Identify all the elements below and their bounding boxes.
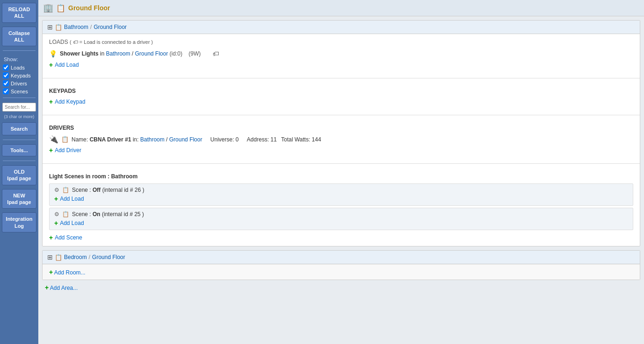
area-title: Ground Floor [68,4,110,12]
scene-on-gear-icon: ⚙ [54,211,59,218]
keypads-section: KEYPADS + Add Keypad [43,83,640,110]
search-hint: (3 char or more) [2,114,36,120]
divider-2 [3,98,36,98]
add-area-plus-icon: + [45,284,49,291]
driver-device-icon: 🔌 [49,135,58,144]
add-room-plus-icon: + [49,268,53,276]
loads-subtitle: ( 🏷 = Load is connected to a driver ) [70,39,153,45]
bedroom-room-card: ⊞ 📋 Bedroom / Ground Floor + Add Room... [42,250,640,280]
area-header: 🏢 📋 Ground Floor [38,0,644,16]
divider-1 [3,50,36,51]
scenes-checkbox[interactable] [3,88,9,94]
scene-off-group: ⚙ 📋 Scene : Off (internal id # 26 ) + Ad… [49,183,633,206]
scene-off-text: Scene : Off (internal id # 26 ) [72,187,144,193]
scene-on-add-load-link[interactable]: Add Load [60,220,84,226]
keypads-checkbox[interactable] [3,72,9,78]
ground-floor-breadcrumb-link[interactable]: Ground Floor [93,24,127,30]
show-label: Show: [0,56,18,62]
driver-universe: Universe: 0 [210,136,239,143]
bathroom-room-card: ⊞ 📋 Bathroom / Ground Floor LOADS ( 🏷 = … [42,20,640,246]
scene-edit-icon: 📋 [62,187,69,193]
bedroom-room-header: ⊞ 📋 Bedroom / Ground Floor [43,251,640,264]
keypads-checkbox-row: Keypads [0,72,31,78]
drivers-title: DRIVERS [49,125,633,131]
bedroom-breadcrumb-separator: / [89,254,90,260]
sidebar: RELOAD ALL Collapse ALL Show: Loads Keyp… [0,0,38,344]
drivers-checkbox-row: Drivers [0,80,27,86]
add-room-row: + Add Room... [43,264,640,280]
room-grid-icon: ⊞ [47,23,53,31]
tag-icon: 🏷 [213,50,219,57]
scene-gear-icon: ⚙ [54,187,59,193]
loads-title: LOADS ( 🏷 = Load is connected to a drive… [49,39,633,45]
drivers-scenes-divider [43,163,640,164]
driver-address: Address: 11 [247,136,277,143]
bedroom-breadcrumb-link[interactable]: Bedroom [64,254,87,260]
add-scene-plus-icon: + [49,234,53,241]
add-area-row: + Add Area... [38,280,644,295]
room-edit-icon: 📋 [55,24,62,31]
drivers-label: Drivers [11,81,27,86]
load-area-link[interactable]: Ground Floor [135,50,168,57]
scene-on-row: ⚙ 📋 Scene : On (internal id # 25 ) [54,211,628,218]
driver-area-link[interactable]: Ground Floor [169,136,202,143]
collapse-all-button[interactable]: Collapse ALL [2,27,36,47]
load-room-link[interactable]: Bathroom [106,50,130,57]
drivers-checkbox[interactable] [3,80,9,86]
bedroom-grid-icon: ⊞ [47,253,53,261]
add-load-row: + Add Load [49,61,633,69]
integration-log-button[interactable]: Integration Log [2,212,36,232]
new-ipad-button[interactable]: NEW Ipad page [2,189,36,209]
old-ipad-button[interactable]: OLD Ipad page [2,165,36,185]
search-button[interactable]: Search [2,122,36,135]
add-room-link[interactable]: Add Room... [54,269,86,276]
keypads-label: Keypads [11,73,31,78]
load-watts: (9W) [188,50,200,57]
scene-on-edit-icon: 📋 [62,211,69,218]
loads-checkbox[interactable] [3,64,9,70]
divider-4 [3,161,36,161]
bedroom-edit-icon: 📋 [55,254,62,261]
breadcrumb-separator: / [90,24,92,30]
scene-off-add-load-row: + Add Load [54,195,628,203]
add-keypad-plus-icon: + [49,98,53,105]
driver-name-text: CBNA Driver #1 [90,136,131,143]
driver-row-cbna: 🔌 📋 Name: CBNA Driver #1 in: Bathroom / … [49,135,633,144]
scenes-title: Light Scenes in room : Bathroom [49,173,633,180]
bathroom-breadcrumb-link[interactable]: Bathroom [64,24,88,30]
driver-total-watts: Total Watts: 144 [281,136,322,143]
add-driver-plus-icon: + [49,147,53,154]
scene-on-text: Scene : On (internal id # 25 ) [72,211,144,218]
add-scene-link[interactable]: Add Scene [55,234,82,241]
add-load-plus-icon: + [49,61,53,69]
search-input[interactable] [2,103,36,112]
loads-keypads-divider [43,78,640,78]
load-name-text: Shower Lights [60,50,99,57]
driver-room-link[interactable]: Bathroom [140,136,165,143]
bathroom-room-header: ⊞ 📋 Bathroom / Ground Floor [43,21,640,34]
driver-text: Name: CBNA Driver #1 in: Bathroom / Grou… [72,136,321,143]
loads-section: LOADS ( 🏷 = Load is connected to a drive… [43,34,640,73]
scene-off-add-load-link[interactable]: Add Load [60,196,84,202]
bulb-icon: 💡 [49,50,57,57]
scene-on-group: ⚙ 📋 Scene : On (internal id # 25 ) + Add… [49,208,633,230]
reload-all-button[interactable]: RELOAD ALL [2,3,36,23]
area-edit-icon: 📋 [56,4,65,13]
add-keypad-link[interactable]: Add Keypad [55,98,85,105]
keypads-drivers-divider [43,115,640,115]
driver-area-sep: / [166,136,169,143]
keypads-title: KEYPADS [49,88,633,94]
tools-button[interactable]: Tools... [2,144,36,156]
scene-off-add-plus-icon: + [54,195,58,203]
load-separator: / [132,50,135,57]
loads-label: Loads [11,65,25,70]
add-driver-link[interactable]: Add Driver [55,147,81,154]
drivers-section: DRIVERS 🔌 📋 Name: CBNA Driver #1 in: Bat… [43,120,640,159]
add-area-link[interactable]: Add Area... [50,285,78,291]
bedroom-area-breadcrumb-link[interactable]: Ground Floor [92,254,125,260]
add-load-link[interactable]: Add Load [55,62,79,68]
add-driver-row: + Add Driver [49,147,633,154]
area-building-icon: 🏢 [43,3,53,13]
load-row-shower: 💡 Shower Lights in Bathroom / Ground Flo… [49,49,633,58]
scenes-checkbox-row: Scenes [0,88,28,94]
